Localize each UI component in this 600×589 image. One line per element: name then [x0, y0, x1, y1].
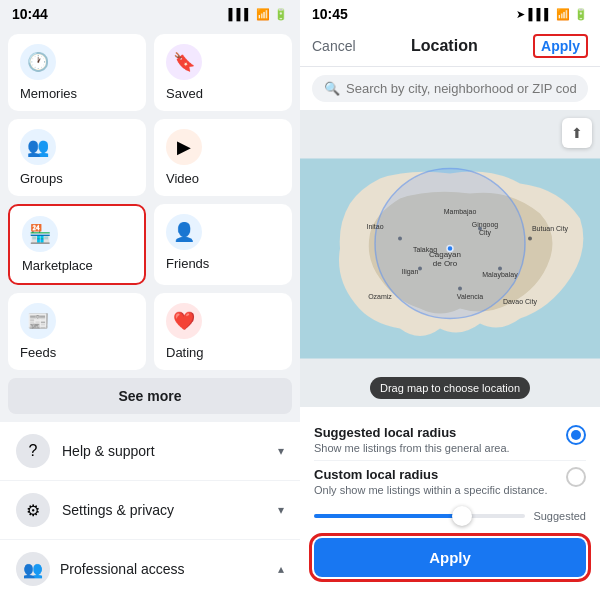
custom-radio-button[interactable] [566, 467, 586, 487]
groups-label: Groups [20, 171, 63, 186]
grid-item-saved[interactable]: 🔖 Saved [154, 34, 292, 111]
wifi-icon: 📶 [256, 8, 270, 21]
svg-text:Gingoog: Gingoog [472, 221, 499, 229]
svg-text:Iligan: Iligan [402, 268, 419, 276]
grid-item-memories[interactable]: 🕐 Memories [8, 34, 146, 111]
help-chevron-icon: ▾ [278, 444, 284, 458]
video-icon: ▶ [166, 129, 202, 165]
grid-item-groups[interactable]: 👥 Groups [8, 119, 146, 196]
grid-item-friends[interactable]: 👤 Friends [154, 204, 292, 285]
wifi-icon-right: 📶 [556, 8, 570, 21]
compass-button[interactable]: ⬆ [562, 118, 592, 148]
svg-point-8 [375, 169, 525, 319]
suggested-radius-option[interactable]: Suggested local radius Show me listings … [314, 419, 586, 461]
memories-icon: 🕐 [20, 44, 56, 80]
professional-label: Professional access [60, 561, 185, 577]
status-bar-left: 10:44 ▌▌▌ 📶 🔋 [0, 0, 300, 26]
help-label: Help & support [62, 443, 155, 459]
svg-text:de Oro: de Oro [433, 259, 458, 268]
saved-label: Saved [166, 86, 203, 101]
signal-icon: ▌▌▌ [229, 8, 252, 20]
grid-item-dating[interactable]: ❤️ Dating [154, 293, 292, 370]
compass-icon: ⬆ [571, 125, 583, 141]
suggested-radius-desc: Show me listings from this general area. [314, 442, 510, 454]
search-bar: 🔍 [300, 67, 600, 110]
saved-icon: 🔖 [166, 44, 202, 80]
status-icons-left: ▌▌▌ 📶 🔋 [229, 8, 288, 21]
svg-text:Initao: Initao [366, 223, 383, 230]
location-arrow-icon: ➤ [516, 8, 525, 21]
marketplace-icon: 🏪 [22, 216, 58, 252]
professional-access-header: 👥 Professional access ▴ [16, 552, 284, 586]
apply-button-container: Apply [300, 530, 600, 589]
slider-fill [314, 514, 462, 518]
slider-label: Suggested [533, 510, 586, 522]
grid-item-video[interactable]: ▶ Video [154, 119, 292, 196]
slider-section: Suggested [300, 502, 600, 530]
battery-icon-right: 🔋 [574, 8, 588, 21]
radius-slider-track[interactable] [314, 514, 525, 518]
help-icon: ? [16, 434, 50, 468]
apply-header-button[interactable]: Apply [533, 34, 588, 58]
search-icon: 🔍 [324, 81, 340, 96]
friends-label: Friends [166, 256, 209, 271]
dating-icon: ❤️ [166, 303, 202, 339]
custom-radius-option[interactable]: Custom local radius Only show me listing… [314, 461, 586, 502]
location-header: Cancel Location Apply [300, 26, 600, 67]
svg-point-7 [528, 237, 532, 241]
status-bar-right: 10:45 ➤ ▌▌▌ 📶 🔋 [300, 0, 600, 26]
settings-label: Settings & privacy [62, 502, 174, 518]
location-title: Location [411, 37, 478, 55]
svg-text:Talakag: Talakag [413, 246, 437, 254]
svg-text:Valencia: Valencia [457, 293, 483, 300]
grid-item-marketplace[interactable]: 🏪 Marketplace [8, 204, 146, 285]
groups-icon: 👥 [20, 129, 56, 165]
friends-icon: 👤 [166, 214, 202, 250]
status-icons-right: ➤ ▌▌▌ 📶 🔋 [516, 8, 588, 21]
search-input-wrap[interactable]: 🔍 [312, 75, 588, 102]
feeds-icon: 📰 [20, 303, 56, 339]
svg-text:Butuan City: Butuan City [532, 225, 569, 233]
settings-icon: ⚙ [16, 493, 50, 527]
radius-options: Suggested local radius Show me listings … [300, 407, 600, 502]
slider-thumb[interactable] [452, 506, 472, 526]
svg-text:City: City [479, 229, 492, 237]
professional-chevron-icon: ▴ [278, 562, 284, 576]
menu-section: ? Help & support ▾ ⚙ Settings & privacy … [0, 422, 300, 540]
apply-button[interactable]: Apply [314, 538, 586, 577]
radio-inner-selected [571, 430, 581, 440]
map-container[interactable]: Gingoog City Mambajao Butuan City Cagaya… [300, 110, 600, 407]
suggested-radio-button[interactable] [566, 425, 586, 445]
see-more-button[interactable]: See more [8, 378, 292, 414]
help-support-item[interactable]: ? Help & support ▾ [0, 422, 300, 481]
custom-radius-title: Custom local radius [314, 467, 548, 482]
professional-access-section: 👥 Professional access ▴ f Public presenc… [0, 540, 300, 589]
dating-label: Dating [166, 345, 204, 360]
signal-icon-right: ▌▌▌ [529, 8, 552, 20]
marketplace-label: Marketplace [22, 258, 93, 273]
cancel-button[interactable]: Cancel [312, 38, 356, 54]
location-search-input[interactable] [346, 81, 576, 96]
right-panel: 10:45 ➤ ▌▌▌ 📶 🔋 Cancel Location Apply 🔍 [300, 0, 600, 589]
custom-radius-desc: Only show me listings within a specific … [314, 484, 548, 496]
suggested-radius-title: Suggested local radius [314, 425, 510, 440]
svg-text:Mambajao: Mambajao [444, 208, 477, 216]
svg-text:Malaybalay: Malaybalay [482, 271, 518, 279]
feeds-label: Feeds [20, 345, 56, 360]
drag-map-tooltip: Drag map to choose location [370, 377, 530, 399]
status-time-left: 10:44 [12, 6, 48, 22]
status-time-right: 10:45 [312, 6, 348, 22]
memories-label: Memories [20, 86, 77, 101]
grid-item-feeds[interactable]: 📰 Feeds [8, 293, 146, 370]
left-panel: 10:44 ▌▌▌ 📶 🔋 🕐 Memories 🔖 Saved 👥 Group… [0, 0, 300, 589]
video-label: Video [166, 171, 199, 186]
battery-icon: 🔋 [274, 8, 288, 21]
map-svg: Gingoog City Mambajao Butuan City Cagaya… [300, 110, 600, 407]
app-grid: 🕐 Memories 🔖 Saved 👥 Groups ▶ Video 🏪 Ma… [0, 26, 300, 378]
settings-privacy-item[interactable]: ⚙ Settings & privacy ▾ [0, 481, 300, 540]
svg-text:Davao City: Davao City [503, 298, 538, 306]
professional-icon: 👥 [16, 552, 50, 586]
settings-chevron-icon: ▾ [278, 503, 284, 517]
svg-text:Ozamiz: Ozamiz [368, 293, 392, 300]
